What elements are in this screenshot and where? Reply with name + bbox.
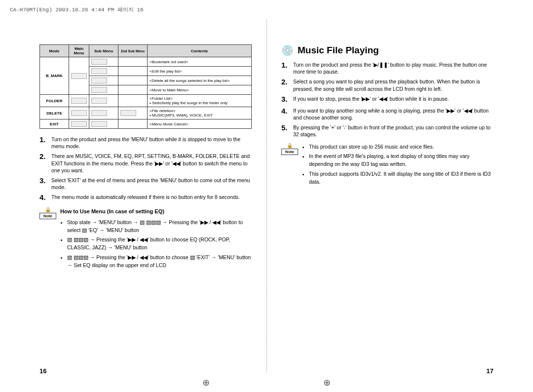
lcd-icon [69,95,89,107]
page-number-right: 17 [487,367,494,375]
step-text: Select 'EXIT' at the end of menu and pre… [51,177,252,191]
step-item: 4.If you want to play another song while… [281,107,494,121]
mode-exit: EXIT [40,119,69,129]
table-row: EXIT <Menu Mode Cancel> [40,119,252,129]
note-icon: 🔒 Note [281,143,298,155]
right-title: Music File Playing [298,45,379,56]
page-spread: Mode Main Menu Sub Menu 2nd Sub Menu Con… [0,0,533,392]
lcd-sub [89,95,118,107]
right-note: 🔒 Note This product can store up to 256 … [281,143,494,188]
cell-contents: <Move to Main Menu> [148,85,252,95]
lcd-sub [89,57,118,67]
table-row: DELETE <File deletion> • MUSIC(MP3, WMA)… [40,107,252,119]
step-text: Turn on the product and press the '▶/❚❚'… [293,61,494,75]
step-text: By pressing the '+' or '-' button in fro… [293,124,494,138]
note-item: ▧ ▧▧▧ → Pressing the '▶▶ / ◀◀' button to… [67,236,252,252]
step-item: 5.By pressing the '+' or '-' button in f… [281,124,494,138]
step-text: If you want to play another song while a… [293,107,494,121]
note-label: Note [39,213,56,219]
cd-icon: 💿 [281,44,294,56]
th-contents: Contents [148,45,252,57]
step-item: 4.The menu mode is automatically release… [39,194,252,202]
step-text: Select a song you want to play and press… [293,78,494,92]
mode-delete: DELETE [40,107,69,119]
note-item: Stop state → 'MENU' button → ▧ ▧▧▧ → Pre… [67,219,252,235]
cell-contents: <Edit the play list> [148,67,252,76]
lcd-2nd [118,76,148,85]
right-steps: 1.Turn on the product and press the '▶/❚… [281,61,494,138]
note-item: ▧ ▧▧▧ → Pressing the '▶▶ / ◀◀' button to… [67,254,252,270]
lock-icon: 🔒 [281,143,298,148]
right-title-block: 💿 Music File Playing [281,44,494,56]
cell-contents: <Delete all the songs selected in the pl… [148,76,252,85]
crop-mark-icon: ⊕ [202,377,210,388]
lcd-2nd [118,107,148,119]
cell-contents: <Folder List> • Selectively play the son… [148,95,252,107]
page-number-left: 16 [39,367,46,375]
note-item: This product can store up to 256 music a… [309,143,494,151]
lcd-sub [89,119,118,129]
left-page: Mode Main Menu Sub Menu 2nd Sub Menu Con… [25,44,266,377]
mode-bmark: B_MARK [40,57,69,95]
table-row: B_MARK <Bookmark not used> [40,57,252,67]
step-item: 3.If you want to stop, press the '▶▶' or… [281,95,494,104]
lcd-sub [89,67,118,76]
lcd-sub [89,76,118,85]
cell-contents: <File deletion> • MUSIC(MP3, WMA), VOICE… [148,107,252,119]
step-text: The menu mode is automatically released … [51,194,240,200]
th-main: Main Menu [69,45,89,57]
lcd-sub [89,107,118,119]
step-text: If you want to stop, press the '▶▶' or '… [293,95,449,102]
th-2ndsub: 2nd Sub Menu [118,45,148,57]
step-item: 2.Select a song you want to play and pre… [281,78,494,92]
lcd-icon [69,57,89,95]
menu-table: Mode Main Menu Sub Menu 2nd Sub Menu Con… [39,44,252,129]
note-body: This product can store up to 256 music a… [298,143,494,188]
lcd-2nd [118,57,148,67]
left-steps: 1.Turn on the product and press the 'MEN… [39,136,252,202]
table-row: FOLDER <Folder List> • Selectively play … [40,95,252,107]
th-mode: Mode [40,45,69,57]
step-item: 2.There are MUSIC, VOICE, FM, EQ, RPT, S… [39,153,252,174]
step-item: 1.Turn on the product and press the '▶/❚… [281,61,494,75]
step-item: 3.Select 'EXIT' at the end of menu and p… [39,177,252,191]
right-page: 💿 Music File Playing 1.Turn on the produ… [266,44,508,377]
note-icon: 🔒 Note [39,207,56,219]
note-label: Note [281,149,298,155]
crop-marks: ⊕ ⊕ [0,377,533,388]
lock-icon: 🔒 [39,207,56,212]
th-sub: Sub Menu [89,45,118,57]
note-item: In the event of MP3 file's playing, a te… [309,153,494,168]
crop-mark-icon: ⊕ [323,377,331,388]
note-body: How to Use Menu (In case of setting EQ) … [56,207,252,271]
cell-contents: <Menu Mode Cancel> [148,119,252,129]
lcd-sub [89,85,118,95]
lcd-2nd [118,95,148,107]
note-item: This product supports ID3v1/v2. It will … [309,170,494,186]
lcd-2nd [118,119,148,129]
lcd-2nd [118,85,148,95]
mode-folder: FOLDER [40,95,69,107]
step-text: There are MUSIC, VOICE, FM, EQ, RPT, SET… [51,153,252,174]
lcd-2nd [118,67,148,76]
step-text: Turn on the product and press the 'MENU'… [51,136,252,150]
lcd-icon [69,119,89,129]
step-item: 1.Turn on the product and press the 'MEN… [39,136,252,150]
lcd-icon [69,107,89,119]
cell-contents: <Bookmark not used> [148,57,252,67]
note-title: How to Use Menu (In case of setting EQ) [60,207,252,216]
left-note: 🔒 Note How to Use Menu (In case of setti… [39,207,252,271]
pdf-header: CA-H70MT(Eng) 2003.10.20 4:44 PM 페이지 16 [10,6,144,13]
